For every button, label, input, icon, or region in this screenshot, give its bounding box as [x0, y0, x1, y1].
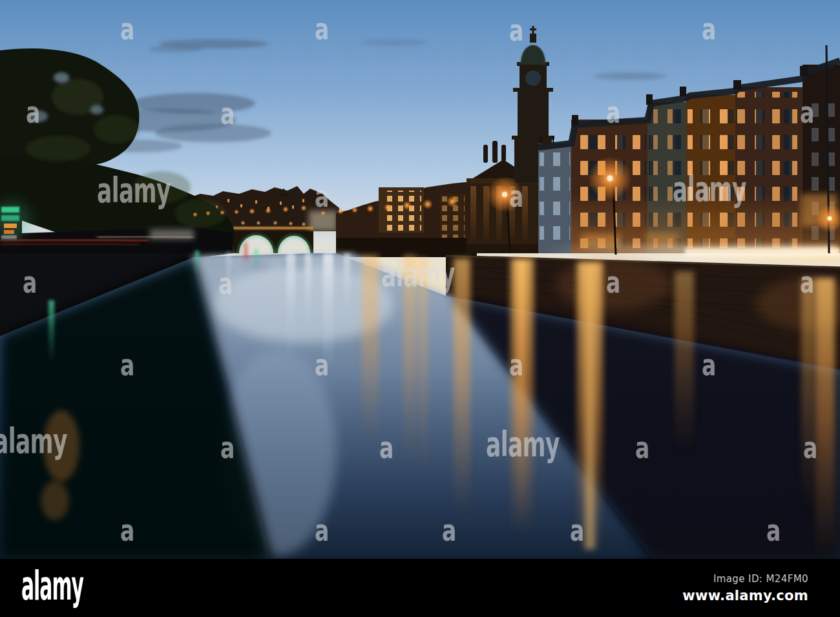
alamy-stock-photo-page: aaaaaaaaaaaaaaaaaaaaaaaaaaaalamyalamyala…	[0, 0, 840, 617]
clock-face	[525, 70, 541, 86]
alamy-url-text: www.alamy.com	[682, 588, 808, 603]
image-credit: Image ID: M24FM0 www.alamy.com	[682, 573, 808, 603]
alamy-footer-bar: alamy Image ID: M24FM0 www.alamy.com	[0, 559, 840, 617]
alamy-logo: alamy	[21, 566, 83, 606]
photo-dublin-liffey-dusk: aaaaaaaaaaaaaaaaaaaaaaaaaaaalamyalamyala…	[0, 0, 840, 559]
photo-scene	[0, 0, 840, 559]
image-id-text: Image ID: M24FM0	[682, 573, 808, 585]
